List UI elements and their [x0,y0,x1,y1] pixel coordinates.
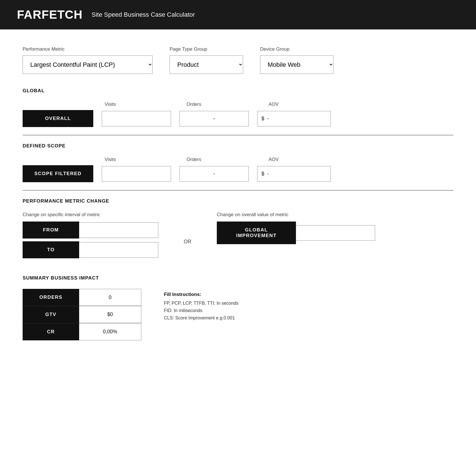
defined-scope-label: DEFINED SCOPE [23,143,453,149]
scope-filtered-row: SCOPE FILTERED $ - [23,165,453,182]
scope-col-headers: Visits Orders AOV [23,157,453,162]
cr-label: CR [23,323,79,340]
perf-left-col: Change on specific interval of metric FR… [23,212,158,261]
overall-aov-dollar: $ [258,111,267,126]
fill-instructions: Fill Instructions: FP, PCP, LCP, TTFB, T… [164,289,239,323]
scope-aov-col-header: AOV [269,157,279,162]
cr-value: 0,00% [79,323,141,340]
scope-aov-wrapper: $ - [257,166,331,182]
global-improvement-row: GLOBAL IMPROVEMENT [217,222,375,244]
summary-label: SUMMARY BUSINESS IMPACT [23,275,453,281]
perf-right-label: Change on overall value of metric [217,212,375,218]
global-improvement-button[interactable]: GLOBAL IMPROVEMENT [217,222,296,244]
header: FARFETCH Site Speed Business Case Calcul… [0,0,476,29]
gtv-label: GTV [23,306,79,323]
scope-visits-col-header: Visits [105,157,178,162]
summary-section: SUMMARY BUSINESS IMPACT ORDERS 0 GTV $0 … [23,275,453,340]
orders-col-header: Orders [187,102,260,107]
overall-aov-wrapper: $ - [257,111,331,126]
main-content: Performance Metric Largest Contentful Pa… [0,29,476,369]
gtv-value: $0 [79,306,141,323]
to-row: TO [23,241,158,258]
summary-table: ORDERS 0 GTV $0 CR 0,00% [23,289,141,340]
scope-orders-col-header: Orders [187,157,260,162]
performance-metric-group: Performance Metric Largest Contentful Pa… [23,46,153,74]
overall-button[interactable]: OVERALL [23,110,93,127]
global-col-headers: Visits Orders AOV [23,102,453,107]
global-improvement-input[interactable] [296,225,375,241]
overall-row: OVERALL $ - [23,110,453,127]
summary-row-orders: ORDERS 0 [23,289,141,306]
fill-title: Fill Instructions: [164,292,239,297]
summary-row-cr: CR 0,00% [23,323,141,340]
from-input[interactable] [79,222,158,238]
logo: FARFETCH [17,8,83,22]
device-group-select[interactable]: Mobile Web [260,55,334,74]
perf-change-label: PERFORMANCE METRIC CHANGE [23,198,453,204]
overall-visits-input[interactable] [102,111,171,126]
fill-item-1: FID: In miliseconds [164,308,239,313]
device-group-label: Device Group [260,46,334,52]
visits-col-header: Visits [105,102,178,107]
orders-value: 0 [79,289,141,306]
from-row: FROM [23,222,158,239]
top-selects: Performance Metric Largest Contentful Pa… [23,46,453,74]
from-button[interactable]: FROM [23,222,79,239]
perf-left-label: Change on specific interval of metric [23,212,158,218]
scope-orders-input[interactable] [179,166,249,182]
overall-aov-value: - [267,111,330,126]
page-type-select[interactable]: Product [170,55,243,74]
device-group-field: Device Group Mobile Web [260,46,334,74]
app-subtitle: Site Speed Business Case Calculator [92,11,195,18]
global-section: GLOBAL Visits Orders AOV OVERALL $ - DEF… [23,88,453,190]
scope-aov-dollar: $ [258,166,267,181]
to-input[interactable] [79,242,158,258]
page-type-label: Page Type Group [170,46,243,52]
performance-metric-label: Performance Metric [23,46,153,52]
perf-right-col: Change on overall value of metric GLOBAL… [217,212,375,247]
page-type-group-field: Page Type Group Product [170,46,243,74]
performance-metric-change-section: PERFORMANCE METRIC CHANGE Change on spec… [23,198,453,261]
orders-label: ORDERS [23,289,79,306]
scope-visits-input[interactable] [102,166,171,182]
perf-columns: Change on specific interval of metric FR… [23,212,453,261]
fill-item-0: FP, PCP, LCP, TTFB, TTI: In seconds [164,301,239,306]
global-label: GLOBAL [23,88,453,94]
to-button[interactable]: TO [23,241,79,258]
summary-grid: ORDERS 0 GTV $0 CR 0,00% Fill Instructio… [23,289,453,340]
aov-col-header: AOV [269,102,279,107]
fill-item-2: CLS: Score Improvement e.g.0.001 [164,315,239,321]
or-text: OR [184,229,191,245]
divider-2 [23,190,453,190]
divider-1 [23,135,453,135]
scope-aov-value: - [267,166,330,181]
performance-metric-select[interactable]: Largest Contentful Paint (LCP) [23,55,153,74]
overall-orders-input[interactable] [179,111,249,126]
scope-filtered-button[interactable]: SCOPE FILTERED [23,165,93,182]
summary-row-gtv: GTV $0 [23,306,141,323]
